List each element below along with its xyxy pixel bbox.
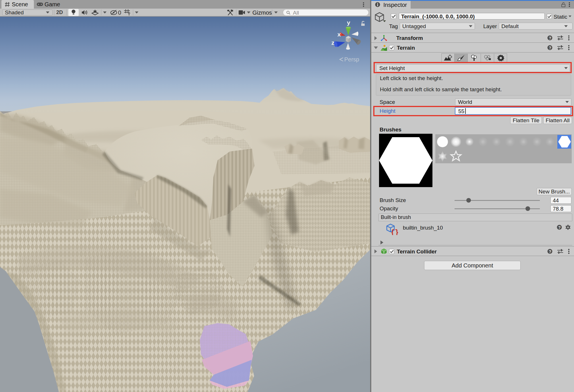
svg-text:?: ? bbox=[558, 225, 561, 230]
svg-text:{}: {} bbox=[391, 229, 398, 235]
svg-text:y: y bbox=[347, 19, 350, 26]
svg-text:x: x bbox=[337, 31, 341, 38]
svg-text:?: ? bbox=[549, 249, 551, 254]
svg-text:Persp: Persp bbox=[344, 56, 359, 63]
svg-text:?: ? bbox=[549, 36, 551, 40]
svg-text:z: z bbox=[331, 39, 335, 46]
svg-text:?: ? bbox=[549, 46, 551, 50]
